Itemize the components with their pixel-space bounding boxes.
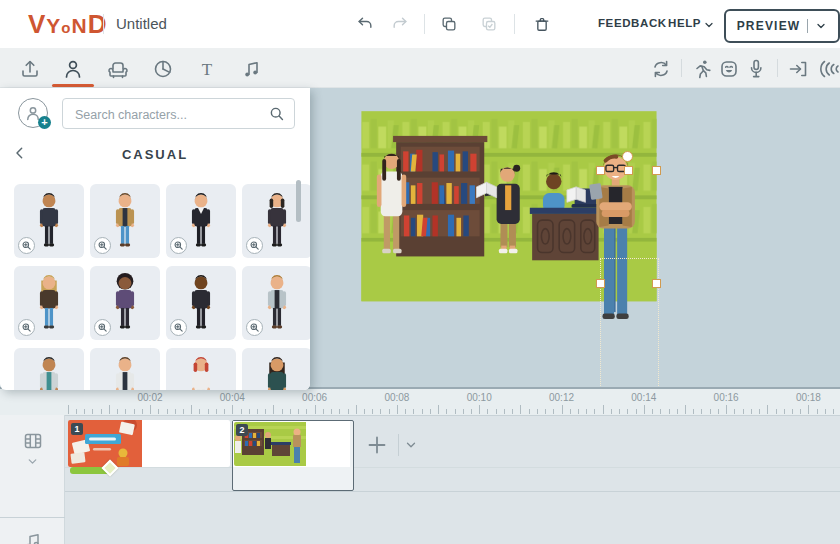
category-title: CASUAL <box>0 147 310 162</box>
character-tile[interactable] <box>14 348 84 390</box>
zoom-preview-button[interactable] <box>94 319 111 336</box>
character-tile[interactable] <box>90 184 160 258</box>
preview-button[interactable]: PREVIEW <box>724 9 840 43</box>
ruler-tick <box>273 405 274 414</box>
books-row-3 <box>404 215 469 237</box>
resize-handle-top-center[interactable] <box>624 166 633 175</box>
scene-2-badge: 2 <box>236 424 248 436</box>
chevron-down-icon[interactable] <box>703 19 715 31</box>
zoom-in-icon <box>173 322 184 333</box>
ruler-tick <box>125 409 126 414</box>
ruler-tick <box>232 405 233 414</box>
ruler-tick <box>413 409 414 414</box>
ruler-tick <box>553 409 554 414</box>
delete-button[interactable] <box>531 13 553 35</box>
filmstrip-icon[interactable] <box>21 429 45 453</box>
text-icon: T <box>195 57 219 81</box>
rotate-handle[interactable] <box>622 151 633 162</box>
ruler-tick <box>315 405 316 414</box>
timeline-ruler[interactable]: 00:0200:0400:0600:0800:1000:1200:1400:16… <box>0 389 840 415</box>
preview-label: PREVIEW <box>737 19 801 33</box>
zoom-preview-button[interactable] <box>246 237 263 254</box>
ruler-tick <box>603 405 604 414</box>
character-tile[interactable] <box>90 266 160 340</box>
ruler-tick <box>249 409 250 414</box>
character-tile[interactable] <box>90 348 160 390</box>
ruler-tick <box>422 409 423 414</box>
character-tile[interactable] <box>166 184 236 258</box>
ruler-tick <box>743 409 744 414</box>
chevron-down-icon[interactable] <box>815 20 827 32</box>
tab-props[interactable] <box>105 56 131 82</box>
feedback-link[interactable]: FEEDBACK <box>598 17 667 29</box>
expression-tool[interactable] <box>716 56 742 82</box>
enter-effect-tool[interactable] <box>785 56 811 82</box>
tab-charts[interactable] <box>150 56 176 82</box>
resize-handle-top-right[interactable] <box>652 166 661 175</box>
chevron-down-icon[interactable] <box>26 455 39 468</box>
tab-text[interactable]: T <box>194 56 220 82</box>
selection-box[interactable] <box>600 258 659 387</box>
zoom-preview-button[interactable] <box>94 237 111 254</box>
ruler-tick <box>183 409 184 414</box>
paste-button[interactable] <box>478 13 500 35</box>
redo-button[interactable] <box>389 13 411 35</box>
timeline-gutter <box>0 415 65 544</box>
zoom-preview-button[interactable] <box>18 319 35 336</box>
music-note-icon[interactable] <box>21 529 45 544</box>
waves-icon <box>816 57 840 81</box>
scene-2-block[interactable]: 2 <box>232 420 354 491</box>
ruler-tick <box>545 409 546 414</box>
audio-track[interactable] <box>65 492 840 544</box>
ruler-tick <box>512 409 513 414</box>
search-input[interactable] <box>73 99 267 130</box>
paste-icon <box>479 14 499 34</box>
tab-audio[interactable] <box>239 56 265 82</box>
tab-character[interactable] <box>60 56 86 82</box>
character-tile[interactable] <box>166 348 236 390</box>
exit-effect-tool[interactable] <box>816 56 840 82</box>
scene-1-block[interactable]: 1 <box>68 420 230 467</box>
zoom-preview-button[interactable] <box>18 237 35 254</box>
zoom-preview-button[interactable] <box>170 237 187 254</box>
character-figure <box>253 353 301 390</box>
voice-tool[interactable] <box>743 56 769 82</box>
chevron-down-icon[interactable] <box>404 438 418 452</box>
character-tile[interactable] <box>166 266 236 340</box>
ruler-tick <box>191 405 192 414</box>
swap-tool[interactable] <box>648 56 674 82</box>
action-tool[interactable] <box>689 56 715 82</box>
lane-divider <box>65 467 840 468</box>
resize-handle-mid-right[interactable] <box>652 279 661 288</box>
ruler-tick <box>68 405 69 414</box>
plus-icon <box>365 433 389 457</box>
copy-button[interactable] <box>438 13 460 35</box>
search-icon[interactable] <box>267 104 286 123</box>
ruler-tick <box>455 409 456 414</box>
panel-scrollbar[interactable] <box>296 180 301 222</box>
zoom-in-icon <box>249 240 260 251</box>
ruler-tick <box>734 409 735 414</box>
add-scene-button[interactable] <box>364 432 390 458</box>
resize-handle-mid-left[interactable] <box>596 279 605 288</box>
add-character-badge[interactable]: + <box>38 116 51 129</box>
ruler-tick <box>594 409 595 414</box>
ruler-tick <box>570 409 571 414</box>
undo-button[interactable] <box>354 13 376 35</box>
ruler-tick <box>158 409 159 414</box>
ruler-tick <box>216 409 217 414</box>
character-tile[interactable] <box>14 184 84 258</box>
help-menu[interactable]: HELP <box>668 17 701 29</box>
character-tile[interactable] <box>14 266 84 340</box>
ruler-tick <box>117 409 118 414</box>
tab-upload[interactable] <box>17 56 43 82</box>
project-title[interactable]: Untitled <box>116 15 167 32</box>
zoom-preview-button[interactable] <box>246 319 263 336</box>
ruler-tick <box>537 409 538 414</box>
zoom-preview-button[interactable] <box>170 319 187 336</box>
character-tile[interactable] <box>242 266 310 340</box>
vyond-logo[interactable]: VYoND <box>28 8 107 44</box>
ruler-tick <box>660 409 661 414</box>
resize-handle-top-left[interactable] <box>596 166 605 175</box>
character-tile[interactable] <box>242 348 310 390</box>
